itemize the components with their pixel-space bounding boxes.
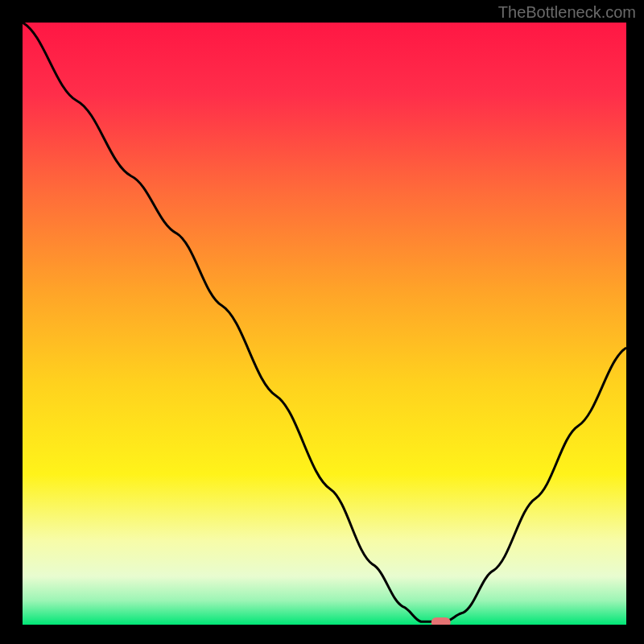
bottleneck-chart — [0, 0, 644, 644]
attribution-label: TheBottleneck.com — [498, 3, 636, 22]
optimal-marker — [431, 617, 451, 627]
plot-background-gradient — [23, 23, 626, 625]
